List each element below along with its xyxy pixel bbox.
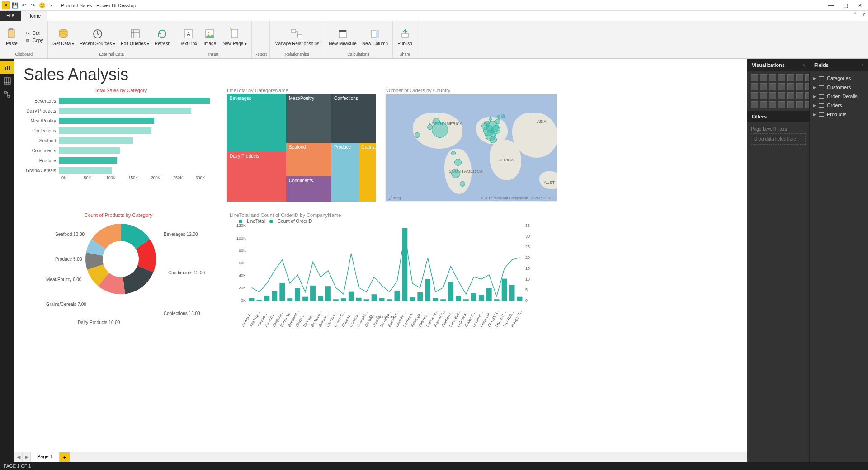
viz-type-button[interactable] — [769, 83, 776, 90]
ribbon-collapse-icon[interactable]: ˄ — [851, 11, 859, 21]
treemap-cell[interactable]: Grains... — [359, 143, 376, 202]
treemap-cell[interactable]: Seafood — [286, 143, 331, 176]
combo-bar[interactable] — [326, 286, 331, 301]
combo-bar[interactable] — [471, 293, 476, 301]
viz-type-button[interactable] — [787, 92, 794, 99]
map-bubble[interactable] — [497, 115, 500, 119]
bar-row[interactable]: Confections — [24, 126, 218, 136]
map-bubble[interactable] — [433, 118, 440, 125]
combo-bar[interactable] — [417, 292, 423, 301]
combo-bar[interactable] — [341, 298, 346, 301]
combo-bar[interactable] — [486, 288, 492, 301]
combo-linetotal-orders-by-company[interactable]: LineTotal and Count of OrderID by Compan… — [230, 212, 537, 334]
text-box-button[interactable]: AText Box — [177, 27, 200, 47]
combo-bar[interactable] — [302, 297, 308, 301]
bar-row[interactable]: Meat/Poultry — [24, 116, 218, 126]
combo-bar[interactable] — [310, 286, 316, 301]
bar-row[interactable]: Grains/Cereals — [24, 165, 218, 175]
map-orders-by-country[interactable]: Number of Orders by Country NORTH AMERIC… — [385, 88, 557, 202]
new-column-button[interactable]: New Column — [359, 27, 391, 47]
copy-button[interactable]: ⧉Copy — [22, 37, 46, 44]
publish-button[interactable]: Publish — [395, 27, 415, 47]
help-icon[interactable]: ? — [859, 11, 868, 21]
data-view-button[interactable] — [0, 74, 14, 88]
map-bubble[interactable] — [489, 117, 492, 121]
refresh-button[interactable]: Refresh — [152, 27, 173, 47]
combo-bar[interactable] — [364, 299, 369, 301]
combo-bar[interactable] — [279, 283, 285, 301]
map-bubble[interactable] — [501, 114, 505, 118]
treemap-cell[interactable]: Produce — [331, 143, 359, 202]
viz-type-button[interactable] — [778, 101, 785, 108]
viz-type-button[interactable] — [796, 74, 803, 81]
maximize-icon[interactable]: ▢ — [839, 1, 852, 10]
map-bubble[interactable] — [454, 159, 462, 166]
close-icon[interactable]: ✕ — [854, 1, 866, 10]
combo-bar[interactable] — [356, 298, 362, 301]
bar-row[interactable]: Dairy Products — [24, 106, 218, 116]
combo-bar[interactable] — [318, 296, 323, 301]
image-button[interactable]: Image — [200, 27, 220, 47]
viz-type-button[interactable] — [769, 92, 776, 99]
viz-type-button[interactable] — [787, 74, 794, 81]
bar-chart-sales-by-category[interactable]: Total Sales by Category BeveragesDairy P… — [24, 88, 218, 202]
cut-button[interactable]: ✂Cut — [22, 30, 46, 37]
add-page-button[interactable]: + — [60, 452, 70, 462]
treemap-cell[interactable]: Beverages — [227, 94, 286, 152]
treemap-cell[interactable]: Confections — [331, 94, 376, 143]
tab-home[interactable]: Home — [21, 11, 47, 21]
page-tab-1[interactable]: Page 1 — [31, 452, 60, 462]
combo-bar[interactable] — [410, 297, 415, 301]
save-icon[interactable]: 💾 — [11, 1, 19, 9]
map-bubble[interactable] — [490, 136, 497, 143]
field-table-item[interactable]: ▶Customers — [813, 83, 864, 91]
minimize-icon[interactable]: — — [825, 1, 837, 10]
treemap-linetotal-by-category[interactable]: LineTotal by CategoryName BeveragesMeat/… — [227, 88, 376, 202]
combo-bar[interactable] — [425, 279, 430, 301]
viz-type-button[interactable] — [760, 74, 767, 81]
treemap-cell[interactable]: Meat/Poultry — [286, 94, 331, 143]
get-data-button[interactable]: Get Data ▾ — [50, 27, 77, 47]
viz-type-button[interactable] — [751, 101, 758, 108]
combo-bar[interactable] — [402, 228, 407, 301]
combo-line[interactable] — [251, 234, 519, 296]
combo-bar[interactable] — [502, 279, 507, 301]
bar-row[interactable]: Condiments — [24, 146, 218, 155]
report-canvas[interactable]: Sales Analysis Total Sales by Category B… — [14, 59, 747, 452]
map-bubble[interactable] — [427, 124, 433, 130]
manage-relationships-button[interactable]: Manage Relationships — [272, 27, 322, 47]
field-table-item[interactable]: ▶Order_Details — [813, 92, 864, 100]
edit-queries-button[interactable]: Edit Queries ▾ — [118, 27, 152, 47]
page-next-icon[interactable]: ▶ — [23, 452, 31, 462]
viz-type-button[interactable] — [751, 92, 758, 99]
combo-bar[interactable] — [387, 299, 392, 301]
undo-icon[interactable]: ↶ — [20, 1, 28, 9]
combo-bar[interactable] — [287, 298, 292, 301]
viz-type-button[interactable] — [796, 92, 803, 99]
combo-bar[interactable] — [448, 282, 453, 301]
combo-bar[interactable] — [333, 299, 339, 301]
map-bubble[interactable] — [484, 121, 490, 126]
viz-type-button[interactable] — [787, 101, 794, 108]
combo-bar[interactable] — [372, 294, 377, 301]
viz-type-button[interactable] — [760, 83, 767, 90]
bar-row[interactable]: Beverages — [24, 96, 218, 106]
viz-type-button[interactable] — [796, 101, 803, 108]
page-prev-icon[interactable]: ◀ — [14, 452, 23, 462]
new-measure-button[interactable]: New Measure — [326, 27, 359, 47]
combo-bar[interactable] — [264, 296, 269, 301]
treemap-cell[interactable]: Condiments — [286, 176, 331, 202]
combo-bar[interactable] — [349, 292, 354, 301]
filters-dropzone[interactable]: Drag data fields here — [751, 133, 806, 145]
combo-bar[interactable] — [456, 296, 461, 301]
treemap-cell[interactable]: Dairy Products — [227, 152, 286, 202]
combo-bar[interactable] — [494, 299, 500, 301]
new-page-button[interactable]: New Page ▾ — [220, 27, 250, 47]
combo-bar[interactable] — [394, 291, 400, 301]
bar-row[interactable]: Produce — [24, 155, 218, 165]
tab-file[interactable]: File — [0, 11, 21, 21]
donut-products-by-category[interactable]: Count of Products by Category Beverages … — [24, 212, 213, 334]
model-view-button[interactable] — [0, 88, 14, 101]
paste-button[interactable]: Paste — [2, 27, 22, 47]
viz-type-button[interactable] — [778, 83, 785, 90]
